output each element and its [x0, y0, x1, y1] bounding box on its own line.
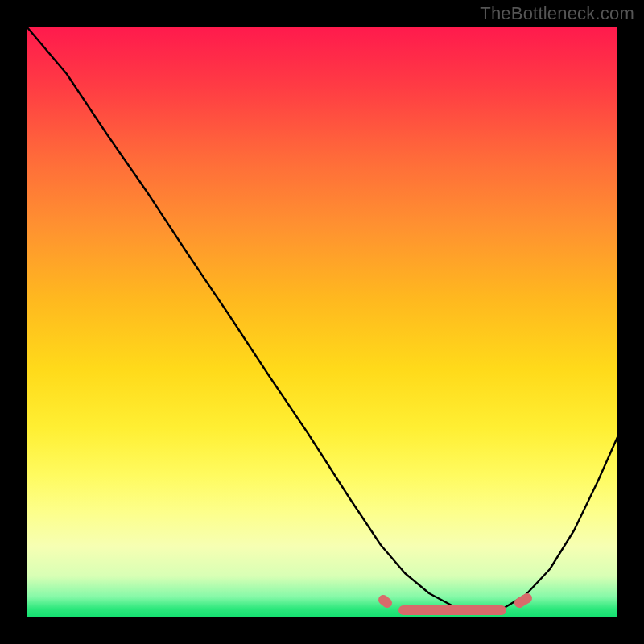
plot-area [27, 27, 617, 617]
chart-container: TheBottleneck.com [0, 0, 644, 644]
marker-left-dot [383, 600, 387, 603]
watermark-text: TheBottleneck.com [480, 3, 634, 24]
marker-group [383, 598, 527, 610]
bottleneck-curve [27, 27, 617, 613]
curve-svg [27, 27, 617, 617]
marker-right-dot [519, 598, 527, 603]
